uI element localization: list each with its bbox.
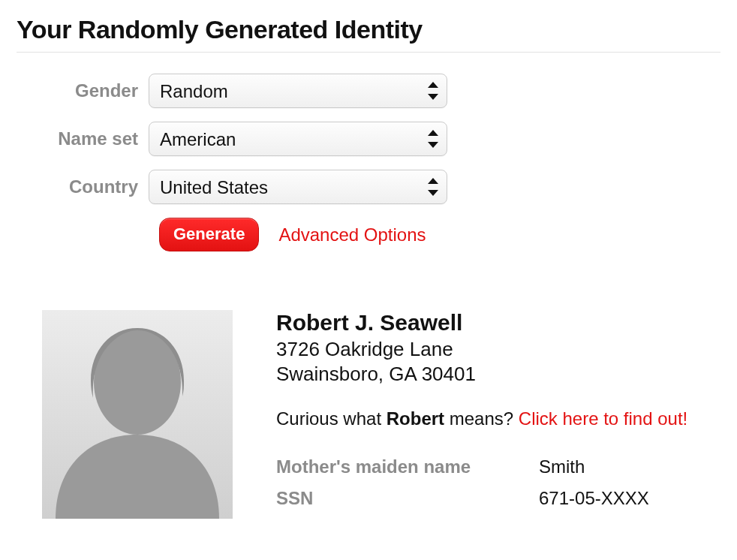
person-silhouette-icon — [42, 310, 233, 519]
identity-info: Robert J. Seawell 3726 Oakridge Lane Swa… — [276, 310, 720, 519]
identity-section: Robert J. Seawell 3726 Oakridge Lane Swa… — [42, 310, 720, 519]
avatar — [42, 310, 233, 519]
divider — [17, 52, 720, 53]
select-wrap-nameset: American — [149, 122, 447, 156]
advanced-options-link[interactable]: Advanced Options — [278, 224, 426, 245]
label-gender: Gender — [23, 80, 149, 101]
row-maiden: Mother's maiden name Smith — [276, 456, 720, 477]
curious-first-name: Robert — [387, 408, 444, 429]
label-maiden: Mother's maiden name — [276, 456, 539, 477]
identity-address-line1: 3726 Oakridge Lane — [276, 337, 720, 362]
row-nameset: Name set American — [23, 122, 720, 156]
actions-row: Generate Advanced Options — [149, 218, 720, 251]
label-country: Country — [23, 176, 149, 197]
identity-address-line2: Swainsboro, GA 30401 — [276, 362, 720, 387]
curious-suffix: means? — [444, 408, 519, 429]
select-wrap-gender: Random — [149, 74, 447, 108]
country-select[interactable]: United States — [149, 170, 447, 204]
row-country: Country United States — [23, 170, 720, 204]
nameset-select[interactable]: American — [149, 122, 447, 156]
curious-prefix: Curious what — [276, 408, 387, 429]
label-ssn: SSN — [276, 488, 539, 509]
gender-select[interactable]: Random — [149, 74, 447, 108]
row-ssn: SSN 671-05-XXXX — [276, 488, 720, 509]
value-ssn: 671-05-XXXX — [539, 488, 649, 509]
row-gender: Gender Random — [23, 74, 720, 108]
identity-fields: Mother's maiden name Smith SSN 671-05-XX… — [276, 456, 720, 509]
name-meaning-line: Curious what Robert means? Click here to… — [276, 408, 720, 429]
value-maiden: Smith — [539, 456, 585, 477]
page-title: Your Randomly Generated Identity — [17, 15, 720, 44]
name-meaning-link[interactable]: Click here to find out! — [519, 408, 687, 429]
label-nameset: Name set — [23, 128, 149, 149]
select-wrap-country: United States — [149, 170, 447, 204]
identity-name: Robert J. Seawell — [276, 310, 720, 336]
generate-button[interactable]: Generate — [159, 218, 259, 251]
options-form: Gender Random Name set American Country — [23, 74, 720, 251]
